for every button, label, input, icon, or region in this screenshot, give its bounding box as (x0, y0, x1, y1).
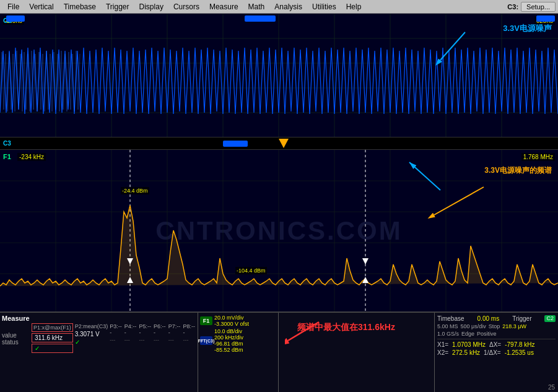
idx-label: 1/ΔX= (484, 349, 501, 356)
channel-info-section: F1 20.0 mV/div -3.3000 V ofst FFT(C3) 10… (198, 313, 279, 392)
timebase-value: 0.00 ms (477, 315, 500, 322)
arrow-svg-spectrum (385, 168, 508, 230)
measure-status-label: status (2, 339, 30, 346)
p7-header: P7:--- (168, 323, 181, 336)
menu-timebase[interactable]: Timebase (59, 1, 101, 12)
menu-measure[interactable]: Measure (204, 1, 243, 12)
grid-top (0, 14, 558, 137)
bottom-right-freq-label: 1.768 MHz (521, 153, 555, 161)
p2-value: 3.3071 V (75, 331, 108, 338)
f1-value-1: -3.3000 V ofst (214, 321, 249, 327)
setup-button[interactable]: Setup... (521, 2, 556, 12)
measure-header: Measure (2, 315, 196, 322)
fft-badge: FFT(C3) (200, 336, 212, 345)
f1-value-0: 20.0 mV/div (214, 315, 249, 321)
x1-value: 1.0703 MHz (452, 341, 486, 348)
dx-value: -797.8 kHz (505, 341, 534, 348)
p5-header: P5:--- (139, 323, 152, 336)
menu-trigger[interactable]: Trigger (101, 1, 134, 12)
menu-math[interactable]: Math (243, 1, 270, 12)
p2-header: P2:mean(C3) (75, 323, 108, 329)
p6-header: P6:--- (154, 323, 167, 336)
p2-status: ✓ (75, 339, 108, 346)
svg-marker-31 (127, 258, 133, 264)
channel-divider: C3 (0, 137, 558, 150)
triangle-marker (279, 139, 289, 149)
grid-bottom (0, 150, 558, 311)
menu-analysis[interactable]: Analysis (269, 1, 307, 12)
menu-cursors[interactable]: Cursors (168, 1, 204, 12)
fft-value-1: 200 kHz/div (214, 334, 243, 341)
rp-row1-v4: 218.3 μW (502, 323, 526, 329)
rp-row2-v3: Positive (477, 331, 497, 337)
svg-line-38 (409, 162, 440, 190)
peak-dbm-label: -24.4 dBm (121, 187, 149, 194)
bottom-annotation-area: 频谱中最大值在311.6kHz (279, 313, 434, 392)
p1-checkmark: ✓ (35, 345, 40, 352)
menu-display[interactable]: Display (134, 1, 168, 12)
x2-label: X2= (437, 349, 448, 356)
fft-row: FFT(C3) 10.0 dB/div 200 kHz/div -96.81 d… (200, 328, 276, 353)
menu-file[interactable]: File (2, 1, 24, 12)
bottom-left-freq-label: -234 kHz (17, 153, 46, 161)
blue-marker-mid (223, 141, 248, 147)
rp-row2-v2: Edge (461, 331, 474, 337)
blue-marker-left (6, 15, 25, 22)
oscilloscope-area: -2.5ns 625ns C3 3.3V电源噪声 C3 CNTRONICS.CO (0, 14, 558, 392)
fft-value-0: 10.0 dB/div (214, 328, 243, 334)
f1-row: F1 20.0 mV/div -3.3000 V ofst (200, 315, 276, 327)
svg-marker-15 (279, 139, 289, 148)
p1-header: P1:x@max(F1) (32, 323, 73, 332)
bottom-panel: Measure value status P1:x@max(F1) 311.6 … (0, 311, 558, 392)
waveform-bottom-fft: CNTRONICS.COM (0, 150, 558, 311)
trigger-channel-badge: C2 (544, 315, 556, 322)
menubar-right: C3: Setup... (507, 2, 556, 12)
p8-header: P8:--- (183, 323, 196, 336)
blue-arrow-svg (403, 159, 453, 196)
p4-header: P4:--- (124, 323, 137, 336)
measure-value-label: value (2, 332, 30, 339)
p1-status: ✓ (32, 344, 73, 353)
c3-divider-tag: C3 (3, 140, 11, 147)
menubar: File Vertical Timebase Trigger Display C… (0, 0, 558, 14)
bottom-annotation-text: 频谱中最大值在311.6kHz (297, 322, 395, 333)
fft-value-3: -85.52 dBm (214, 347, 243, 353)
menu-vertical[interactable]: Vertical (24, 1, 58, 12)
x1-label: X1= (437, 341, 448, 348)
page-number: 25 (548, 384, 555, 391)
p2-checkmark: ✓ (75, 339, 80, 346)
p1-value: 311.6 kHz (32, 333, 73, 342)
f1-tag: F1 (3, 153, 11, 160)
blue-marker-right (536, 15, 555, 22)
svg-marker-33 (362, 258, 368, 264)
dx-label: ΔX= (489, 341, 501, 348)
arrow-svg-top (403, 26, 477, 76)
right-panel: Timebase 0.00 ms Trigger C2 5.00 MS 500 … (434, 313, 558, 392)
blue-marker-top (245, 15, 276, 22)
rp-row1-v3: Stop (489, 323, 500, 329)
cursor-dbm-label: -104.4 dBm (235, 267, 267, 274)
watermark: CNTRONICS.COM (155, 216, 402, 246)
rp-row1-v2: 500 μs/div (461, 323, 486, 329)
fft-value-2: -96.81 dBm (214, 341, 243, 347)
idx-value: -1.2535 us (505, 349, 534, 356)
svg-marker-32 (127, 277, 133, 283)
waveform-top-c3: -2.5ns 625ns C3 3.3V电源噪声 (0, 14, 558, 137)
timebase-label: Timebase (437, 315, 464, 322)
measure-section: Measure value status P1:x@max(F1) 311.6 … (0, 313, 198, 392)
x2-value: 272.5 kHz (452, 349, 480, 356)
f1-badge: F1 (200, 316, 212, 325)
annotation-spectrum: 3.3V电源噪声的频谱 (484, 165, 552, 176)
menu-utilities[interactable]: Utilities (307, 1, 341, 12)
trigger-label: Trigger (512, 315, 531, 322)
svg-line-14 (440, 32, 465, 60)
p3-header: P3:--- (110, 323, 123, 336)
rp-row1-v1: 5.00 MS (437, 323, 458, 329)
rp-row2-v1: 1.0 GS/s (437, 331, 459, 337)
svg-line-36 (434, 187, 484, 215)
svg-marker-34 (362, 277, 368, 283)
channel-c3-label: C3: (507, 3, 518, 11)
menu-help[interactable]: Help (341, 1, 367, 12)
